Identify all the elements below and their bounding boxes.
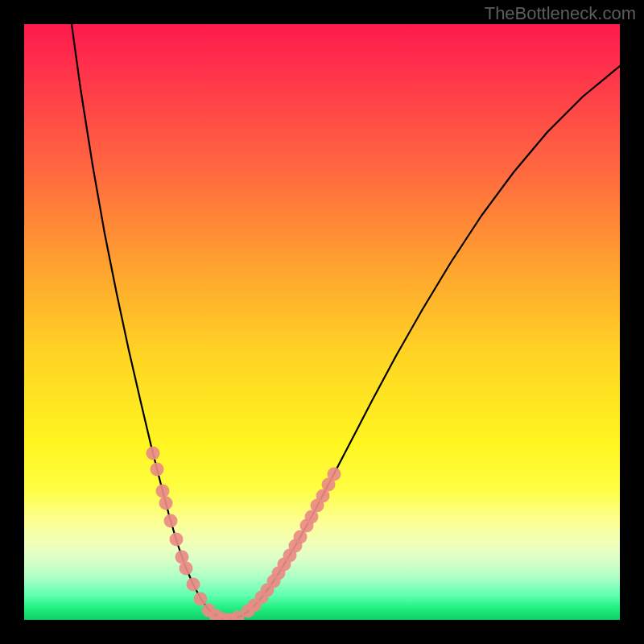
watermark-text: TheBottleneck.com <box>485 3 636 24</box>
gradient-plot-area <box>24 24 620 620</box>
chart-frame: TheBottleneck.com <box>0 0 644 644</box>
